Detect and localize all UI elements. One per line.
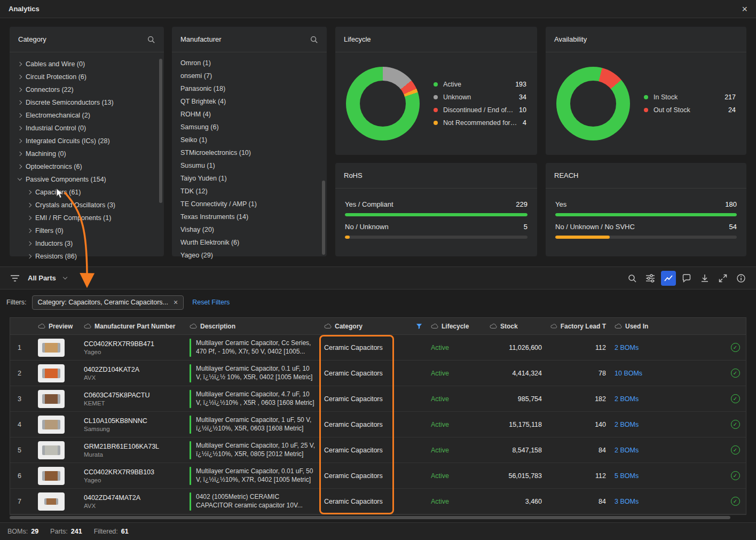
manufacturer-list-item[interactable]: Seiko (1) [180, 134, 327, 146]
boms-link[interactable]: 3 BOMs [615, 498, 639, 505]
table-row[interactable]: 6 CC0402KRX7R9BB103Yageo Multilayer Cera… [10, 463, 746, 489]
manufacturer-list-item[interactable]: STMicroelectronics (10) [180, 146, 327, 159]
mpn-cell[interactable]: GRM21BR61E106KA73LMurata [80, 443, 185, 458]
category-tree-item[interactable]: Integrated Circuits (ICs) (28) [16, 135, 164, 147]
download-icon[interactable] [697, 271, 712, 286]
category-tree-item[interactable]: Connectors (22) [16, 83, 164, 96]
category-tree-item[interactable]: Discrete Semiconductors (13) [16, 96, 164, 109]
analytics-chart-icon[interactable] [661, 271, 676, 286]
category-tree-item[interactable]: Filters (0) [26, 224, 164, 237]
category-tree-item[interactable]: Machining (0) [16, 147, 164, 160]
part-preview[interactable] [34, 441, 80, 459]
part-preview[interactable] [34, 492, 80, 511]
table-row[interactable]: 1 CC0402KRX7R9BB471Yageo Multilayer Cera… [10, 335, 746, 361]
category-scrollbar[interactable] [159, 59, 162, 203]
boms-link[interactable]: 10 BOMs [615, 370, 642, 377]
search-icon[interactable] [310, 35, 318, 44]
mpn-cell[interactable]: 0402ZD474MAT2AAVX [80, 494, 185, 509]
header-lifecycle[interactable]: Lifecycle [427, 323, 485, 330]
mpn-cell[interactable]: CC0402KRX7R9BB471Yageo [80, 340, 185, 355]
boms-link[interactable]: 2 BOMs [615, 447, 639, 454]
legend-item[interactable]: Out of Stock24 [644, 104, 736, 116]
header-stock[interactable]: Stock [485, 323, 546, 330]
header-description[interactable]: Description [185, 323, 320, 330]
manufacturer-list-item[interactable]: Yageo (29) [180, 249, 327, 262]
cloud-icon [84, 323, 91, 329]
table-row[interactable]: 7 0402ZD474MAT2AAVX 0402 (1005Metric) CE… [10, 489, 746, 514]
reset-filters-link[interactable]: Reset Filters [192, 299, 230, 306]
category-tree-item[interactable]: Electromechanical (2) [16, 109, 164, 122]
header-lead-time[interactable]: Factory Lead T [546, 323, 610, 330]
manufacturer-list-item[interactable]: Samsung (6) [180, 121, 327, 134]
fullscreen-icon[interactable] [715, 271, 730, 286]
manufacturer-list-item[interactable]: ROHM (4) [180, 108, 327, 121]
mpn-cell[interactable]: C0603C475K8PACTUKEMET [80, 392, 185, 406]
view-selector[interactable]: All Parts [28, 274, 56, 282]
boms-link[interactable]: 5 BOMs [615, 472, 639, 480]
category-tree-item[interactable]: Crystals and Oscillators (3) [26, 199, 164, 212]
manufacturer-list-item[interactable]: Taiyo Yuden (1) [180, 172, 327, 185]
manufacturer-list-item[interactable]: Omron (1) [180, 57, 327, 69]
column-settings-icon[interactable] [643, 271, 658, 286]
remove-filter-icon[interactable]: × [174, 298, 178, 307]
mpn-cell[interactable]: 0402ZD104KAT2AAVX [80, 366, 185, 381]
rohs-stat-row[interactable]: Yes / Compliant229 [345, 200, 527, 208]
category-tree-item[interactable]: Resistors (86) [26, 250, 164, 263]
chevron-down-icon[interactable] [61, 275, 69, 282]
filter-chip[interactable]: Category: Capacitors, Ceramic Capacitors… [32, 295, 184, 310]
manufacturer-list-item[interactable]: Texas Instruments (14) [180, 210, 327, 223]
header-mpn[interactable]: Manufacturer Part Number [80, 323, 185, 330]
availability-donut-chart[interactable] [556, 67, 630, 140]
legend-item[interactable]: Not Recommended for N...4 [434, 116, 526, 129]
filter-list-icon[interactable] [7, 271, 22, 286]
manufacturer-list-item[interactable]: TDK (12) [180, 185, 327, 198]
mpn-cell[interactable]: CC0402KRX7R9BB103Yageo [80, 468, 185, 483]
manufacturer-list-item[interactable]: Wurth Elektronik (6) [180, 236, 327, 249]
table-row[interactable]: 2 0402ZD104KAT2AAVX Multilayer Ceramic C… [10, 361, 746, 386]
reach-stat-row[interactable]: No / Unknown / No SVHC54 [555, 223, 737, 231]
boms-link[interactable]: 2 BOMs [615, 344, 639, 351]
category-tree-item[interactable]: Industrial Control (0) [16, 122, 164, 135]
category-tree-item[interactable]: EMI / RF Components (1) [26, 212, 164, 224]
part-preview[interactable] [34, 339, 80, 357]
close-icon[interactable]: × [742, 4, 747, 14]
category-tree-item-capacitors[interactable]: Capacitors (61) [26, 186, 164, 199]
category-tree-item-passive-components[interactable]: Passive Components (154) [16, 173, 164, 186]
manufacturer-list-item[interactable]: onsemi (7) [180, 69, 327, 82]
manufacturer-list-item[interactable]: QT Brightek (4) [180, 95, 327, 108]
table-row[interactable]: 4 CL10A105KB8NNNCSamsung Multilayer Cera… [10, 412, 746, 437]
table-row[interactable]: 3 C0603C475K8PACTUKEMET Multilayer Ceram… [10, 386, 746, 412]
part-preview[interactable] [34, 364, 80, 382]
table-row[interactable]: 5 GRM21BR61E106KA73LMurata Multilayer Ce… [10, 437, 746, 463]
header-category[interactable]: Category [320, 323, 427, 330]
boms-link[interactable]: 2 BOMs [615, 421, 639, 428]
horizontal-scrollbar[interactable] [10, 516, 730, 519]
boms-link[interactable]: 2 BOMs [615, 395, 639, 403]
legend-item[interactable]: Active193 [434, 78, 526, 91]
part-preview[interactable] [34, 416, 80, 434]
mpn-cell[interactable]: CL10A105KB8NNNCSamsung [80, 417, 185, 432]
category-tree-item[interactable]: Cables and Wire (0) [16, 58, 164, 71]
part-preview[interactable] [34, 467, 80, 485]
header-preview[interactable]: Preview [34, 323, 80, 330]
manufacturer-list-item[interactable]: Vishay (20) [180, 223, 327, 236]
manufacturer-list-item[interactable]: Susumu (1) [180, 159, 327, 172]
search-icon[interactable] [147, 35, 155, 44]
search-icon[interactable] [625, 271, 640, 286]
lifecycle-donut-chart[interactable] [346, 67, 420, 140]
legend-item[interactable]: Discontinued / End of Life10 [434, 104, 526, 116]
part-preview[interactable] [34, 390, 80, 408]
reach-stat-row[interactable]: Yes180 [555, 200, 737, 208]
manufacturer-list-item[interactable]: Panasonic (18) [180, 82, 327, 95]
comment-icon[interactable] [679, 271, 694, 286]
legend-item[interactable]: In Stock217 [644, 91, 736, 104]
header-used-in[interactable]: Used In [610, 323, 723, 330]
category-tree-item[interactable]: Inductors (3) [26, 237, 164, 250]
category-tree-item[interactable]: Optoelectronics (6) [16, 160, 164, 173]
manufacturer-list-item[interactable]: TE Connectivity / AMP (1) [180, 198, 327, 210]
info-icon[interactable] [734, 271, 749, 286]
category-tree-item[interactable]: Circuit Protection (6) [16, 71, 164, 83]
rohs-stat-row[interactable]: No / Unknown5 [345, 223, 527, 231]
manufacturer-scrollbar[interactable] [322, 181, 325, 255]
legend-item[interactable]: Unknown34 [434, 91, 526, 104]
